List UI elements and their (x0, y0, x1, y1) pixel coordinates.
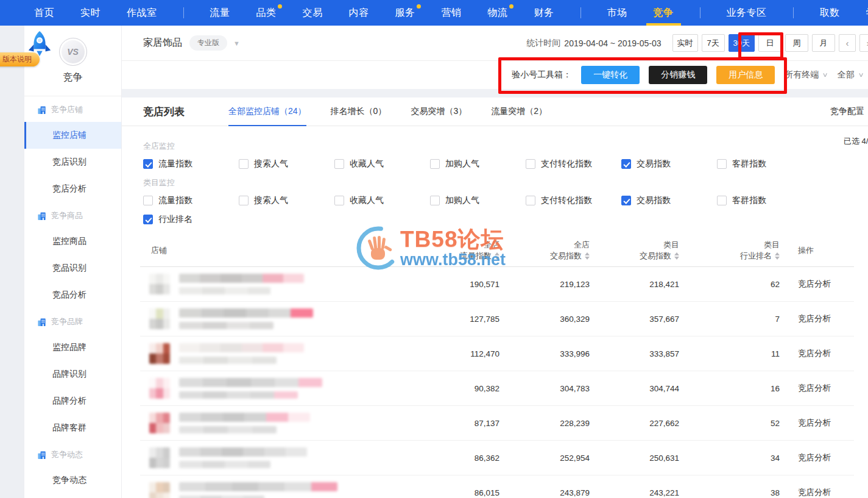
nav-item-category[interactable]: 品类 (256, 0, 277, 26)
date-button-month[interactable]: 月 (812, 34, 835, 52)
shop-analysis-link[interactable]: 竞店分析 (798, 488, 831, 497)
shop-cell[interactable] (140, 482, 420, 498)
shop-cell[interactable] (140, 274, 420, 294)
checkbox-checked-icon[interactable] (143, 215, 153, 224)
nav-item-competition[interactable]: 竞争 (654, 0, 674, 26)
sidebar-item-brand-customer[interactable]: 品牌客群 (24, 414, 121, 441)
tab-traffic-surge[interactable]: 流量突增（2） (491, 98, 547, 126)
checkbox-unchecked-icon[interactable] (143, 196, 153, 205)
sidebar-item-brand-identify[interactable]: 品牌识别 (24, 361, 121, 388)
checkbox-unchecked-icon[interactable] (526, 196, 535, 205)
nav-item-business-zone[interactable]: 业务专区 (727, 0, 767, 26)
shop-cell[interactable] (140, 343, 420, 364)
nav-item-market[interactable]: 市场 (607, 0, 627, 26)
tab-rank-growth[interactable]: 排名增长（0） (331, 98, 387, 126)
column-header-shop-traffic-index[interactable]: 全店流量指数 (420, 240, 499, 261)
date-button-prev[interactable]: ‹ (839, 34, 856, 52)
sidebar-item-monitor-brand[interactable]: 监控品牌 (24, 334, 121, 361)
date-button-week[interactable]: 周 (785, 34, 808, 52)
shop-analysis-link[interactable]: 竞店分析 (798, 383, 831, 393)
nav-item-war-room[interactable]: 作战室 (127, 0, 157, 26)
sidebar-item-shop-identify[interactable]: 竞店识别 (24, 149, 121, 176)
date-button-7days[interactable]: 7天 (702, 34, 725, 52)
filter-checkbox-pay-conversion-index[interactable]: 支付转化指数 (526, 158, 621, 169)
date-button-30days[interactable]: 30天 (729, 34, 755, 52)
column-header-category-trade-index[interactable]: 类目交易指数 (590, 240, 679, 261)
competition-config-link[interactable]: 竞争配置 (830, 106, 864, 117)
terminal-dropdown[interactable]: 所有终端 ∨ (785, 69, 827, 80)
date-button-day[interactable]: 日 (758, 34, 782, 52)
toolbox-button-one-key-convert[interactable]: 一键转化 (581, 66, 640, 84)
nav-item-data-fetch[interactable]: 取数 (820, 0, 840, 26)
checkbox-checked-icon[interactable] (143, 159, 153, 169)
filter-checkbox-favorite-popularity[interactable]: 收藏人气 (334, 195, 430, 206)
filter-checkbox-add-cart-popularity[interactable]: 加购人气 (430, 158, 526, 169)
nav-item-trade[interactable]: 交易 (303, 0, 323, 26)
filter-checkbox-add-cart-popularity[interactable]: 加购人气 (430, 195, 526, 206)
checkbox-unchecked-icon[interactable] (717, 196, 727, 205)
nav-item-logistics[interactable]: 物流 (488, 0, 508, 26)
chevron-down-icon[interactable]: ▼ (233, 40, 240, 47)
nav-item-marketing[interactable]: 营销 (442, 0, 462, 26)
sidebar-item-monitor-product[interactable]: 监控商品 (24, 228, 121, 255)
nav-item-traffic[interactable]: 流量 (210, 0, 230, 26)
tab-trade-surge[interactable]: 交易突增（3） (411, 98, 467, 126)
rocket-icon[interactable] (26, 29, 54, 57)
filter-checkbox-trade-index[interactable]: 交易指数 (621, 158, 717, 169)
checkbox-unchecked-icon[interactable] (430, 196, 440, 205)
sidebar-item-brand-analysis[interactable]: 品牌分析 (24, 388, 121, 414)
sort-caret-icon[interactable] (674, 252, 679, 260)
column-header-shop-trade-index[interactable]: 全店交易指数 (499, 240, 590, 261)
filter-checkbox-pay-conversion-index[interactable]: 支付转化指数 (526, 195, 621, 206)
date-button-realtime[interactable]: 实时 (672, 34, 698, 52)
sort-caret-icon[interactable] (495, 252, 499, 260)
filter-checkbox-customer-group-index[interactable]: 客群指数 (717, 195, 813, 206)
checkbox-unchecked-icon[interactable] (717, 159, 727, 169)
shop-cell[interactable] (140, 308, 420, 329)
shop-cell[interactable] (140, 413, 420, 433)
shop-analysis-link[interactable]: 竞店分析 (798, 279, 831, 288)
all-dropdown[interactable]: 全部 ∨ (838, 69, 863, 80)
checkbox-unchecked-icon[interactable] (526, 159, 535, 169)
checkbox-unchecked-icon[interactable] (239, 196, 249, 205)
filter-checkbox-customer-group-index[interactable]: 客群指数 (717, 158, 813, 169)
category-title[interactable]: 家居饰品 (143, 37, 182, 49)
filter-checkbox-traffic-index[interactable]: 流量指数 (143, 158, 239, 169)
date-button-next[interactable]: › (859, 34, 868, 52)
filter-checkbox-favorite-popularity[interactable]: 收藏人气 (334, 158, 430, 169)
filter-checkbox-search-popularity[interactable]: 搜索人气 (239, 158, 334, 169)
nav-item-content[interactable]: 内容 (349, 0, 369, 26)
checkbox-checked-icon[interactable] (621, 159, 631, 169)
sidebar-item-product-analysis[interactable]: 竞品分析 (24, 282, 121, 308)
checkbox-unchecked-icon[interactable] (334, 159, 344, 169)
sort-caret-icon[interactable] (585, 252, 590, 260)
toolbox-button-distribution-earn[interactable]: 分销赚钱 (649, 66, 707, 84)
sidebar-item-monitor-shop[interactable]: 监控店铺 (24, 122, 121, 149)
nav-item-service[interactable]: 服务 (395, 0, 415, 26)
nav-item-finance[interactable]: 财务 (534, 0, 554, 26)
shop-analysis-link[interactable]: 竞店分析 (798, 314, 831, 323)
sidebar-item-shop-analysis[interactable]: 竞店分析 (24, 176, 121, 202)
checkbox-checked-icon[interactable] (621, 196, 631, 205)
nav-item-academy[interactable]: 学院 (866, 0, 868, 26)
toolbox-button-user-info[interactable]: 用户信息 (716, 66, 775, 84)
sort-caret-icon[interactable] (775, 252, 780, 260)
filter-checkbox-traffic-index[interactable]: 流量指数 (143, 195, 239, 206)
column-header-category-industry-rank[interactable]: 类目行业排名 (679, 240, 780, 261)
checkbox-unchecked-icon[interactable] (239, 159, 249, 169)
sidebar-item-product-identify[interactable]: 竞品识别 (24, 255, 121, 282)
nav-item-realtime[interactable]: 实时 (80, 0, 101, 26)
nav-item-home[interactable]: 首页 (34, 0, 54, 26)
filter-checkbox-industry-rank[interactable]: 行业排名 (143, 214, 239, 225)
filter-checkbox-search-popularity[interactable]: 搜索人气 (239, 195, 334, 206)
checkbox-unchecked-icon[interactable] (430, 159, 440, 169)
shop-analysis-link[interactable]: 竞店分析 (798, 453, 831, 462)
shop-cell[interactable] (140, 447, 420, 468)
shop-cell[interactable] (140, 378, 420, 399)
tab-all-monitored-shops[interactable]: 全部监控店铺（24） (228, 98, 306, 126)
checkbox-unchecked-icon[interactable] (334, 196, 344, 205)
filter-checkbox-trade-index[interactable]: 交易指数 (621, 195, 717, 206)
sidebar-item-competition-trends[interactable]: 竞争动态 (24, 467, 121, 494)
shop-analysis-link[interactable]: 竞店分析 (798, 418, 831, 427)
shop-analysis-link[interactable]: 竞店分析 (798, 349, 831, 358)
